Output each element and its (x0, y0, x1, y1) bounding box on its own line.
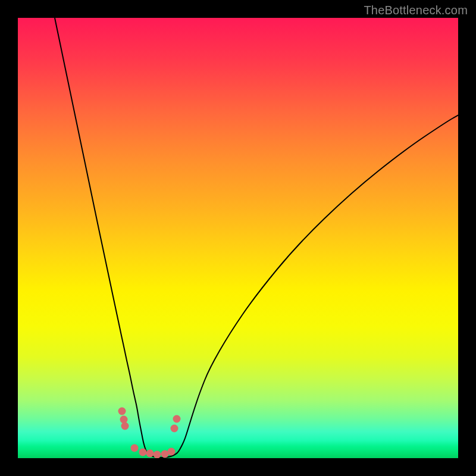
data-point-marker (171, 425, 178, 433)
data-point-marker (146, 450, 154, 458)
marker-group (118, 408, 181, 459)
data-point-marker (121, 422, 129, 430)
data-point-marker (173, 415, 181, 423)
plot-area (18, 18, 458, 458)
chart-frame: TheBottleneck.com (0, 0, 476, 476)
watermark-text: TheBottleneck.com (364, 4, 468, 17)
data-point-marker (168, 448, 176, 456)
data-point-marker (131, 444, 139, 452)
data-point-marker (120, 416, 128, 424)
curve-svg (18, 18, 458, 458)
bottleneck-curve (55, 18, 458, 458)
data-point-marker (154, 451, 161, 459)
data-point-marker (118, 408, 126, 415)
data-point-marker (139, 449, 147, 456)
